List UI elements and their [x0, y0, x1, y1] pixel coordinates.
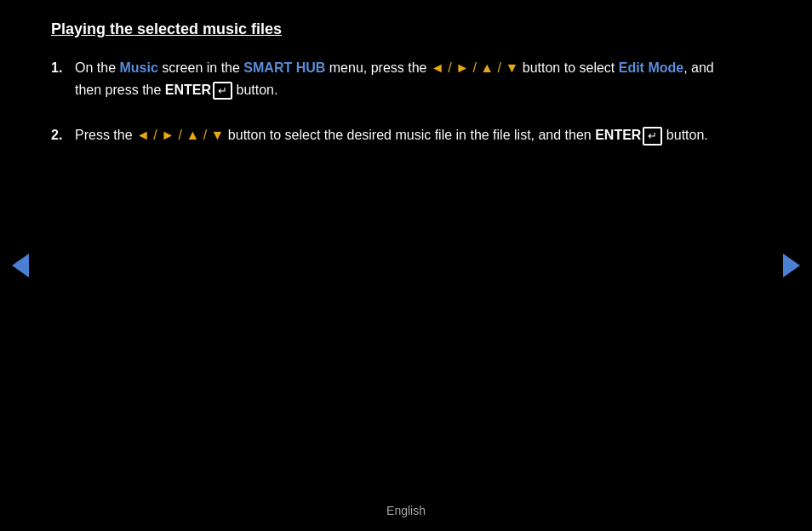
smart-hub-link: SMART HUB — [243, 60, 325, 75]
main-content: Playing the selected music files 1. On t… — [0, 0, 766, 221]
music-link: Music — [119, 60, 157, 75]
nav-left[interactable] — [12, 254, 29, 277]
right-arrow-icon[interactable] — [783, 254, 800, 277]
enter-label-1: ENTER — [165, 83, 211, 97]
enter-label-2: ENTER — [595, 128, 641, 142]
step-1-number: 1. — [51, 57, 75, 100]
direction-arrows-2: ◄ / ► / ▲ / ▼ — [136, 128, 224, 142]
step-2-text: Press the ◄ / ► / ▲ / ▼ button to select… — [75, 124, 715, 146]
enter-icon-1: ↵ — [213, 82, 232, 100]
footer-language: English — [386, 504, 426, 517]
nav-right[interactable] — [783, 254, 800, 277]
edit-mode-link: Edit Mode — [619, 60, 683, 75]
step-1: 1. On the Music screen in the SMART HUB … — [51, 57, 715, 100]
left-arrow-icon[interactable] — [12, 254, 29, 277]
enter-icon-2: ↵ — [643, 127, 662, 146]
page-title: Playing the selected music files — [51, 20, 715, 38]
direction-arrows-1: ◄ / ► / ▲ / ▼ — [431, 60, 518, 75]
step-1-text: On the Music screen in the SMART HUB men… — [75, 57, 715, 100]
steps-list: 1. On the Music screen in the SMART HUB … — [51, 57, 715, 146]
step-2: 2. Press the ◄ / ► / ▲ / ▼ button to sel… — [51, 124, 715, 146]
step-2-number: 2. — [51, 124, 75, 146]
